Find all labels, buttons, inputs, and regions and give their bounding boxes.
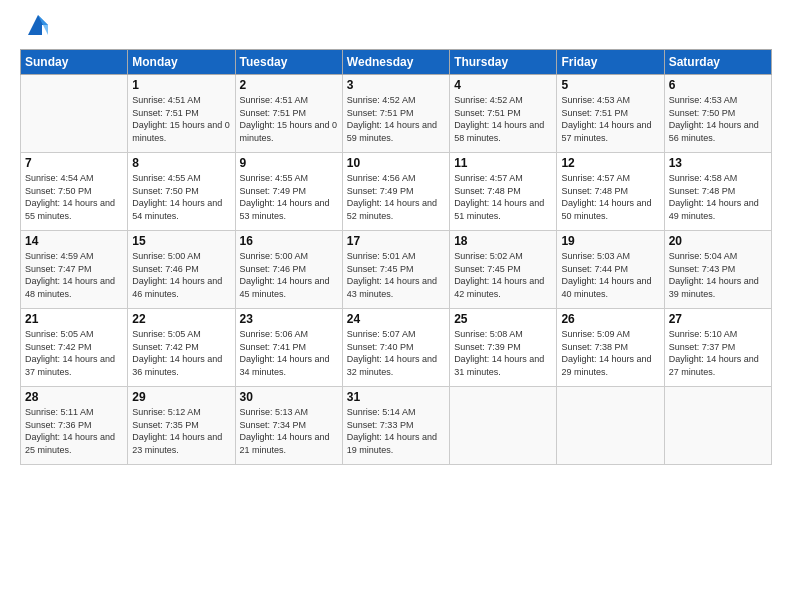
header-thursday: Thursday	[450, 50, 557, 75]
cell-info: Sunrise: 5:03 AMSunset: 7:44 PMDaylight:…	[561, 250, 659, 300]
cell-info: Sunrise: 4:51 AMSunset: 7:51 PMDaylight:…	[240, 94, 338, 144]
header-row: SundayMondayTuesdayWednesdayThursdayFrid…	[21, 50, 772, 75]
day-number: 18	[454, 234, 552, 248]
calendar-cell: 10Sunrise: 4:56 AMSunset: 7:49 PMDayligh…	[342, 153, 449, 231]
header-friday: Friday	[557, 50, 664, 75]
week-row-2: 7Sunrise: 4:54 AMSunset: 7:50 PMDaylight…	[21, 153, 772, 231]
cell-info: Sunrise: 5:06 AMSunset: 7:41 PMDaylight:…	[240, 328, 338, 378]
cell-info: Sunrise: 4:52 AMSunset: 7:51 PMDaylight:…	[454, 94, 552, 144]
cell-info: Sunrise: 4:54 AMSunset: 7:50 PMDaylight:…	[25, 172, 123, 222]
calendar-cell: 14Sunrise: 4:59 AMSunset: 7:47 PMDayligh…	[21, 231, 128, 309]
day-number: 27	[669, 312, 767, 326]
week-row-4: 21Sunrise: 5:05 AMSunset: 7:42 PMDayligh…	[21, 309, 772, 387]
logo	[20, 15, 52, 39]
day-number: 9	[240, 156, 338, 170]
day-number: 22	[132, 312, 230, 326]
header-wednesday: Wednesday	[342, 50, 449, 75]
week-row-5: 28Sunrise: 5:11 AMSunset: 7:36 PMDayligh…	[21, 387, 772, 465]
calendar-cell: 7Sunrise: 4:54 AMSunset: 7:50 PMDaylight…	[21, 153, 128, 231]
header-monday: Monday	[128, 50, 235, 75]
calendar-cell: 6Sunrise: 4:53 AMSunset: 7:50 PMDaylight…	[664, 75, 771, 153]
calendar-cell: 31Sunrise: 5:14 AMSunset: 7:33 PMDayligh…	[342, 387, 449, 465]
calendar-cell	[557, 387, 664, 465]
day-number: 24	[347, 312, 445, 326]
day-number: 16	[240, 234, 338, 248]
calendar-table: SundayMondayTuesdayWednesdayThursdayFrid…	[20, 49, 772, 465]
day-number: 17	[347, 234, 445, 248]
calendar-cell: 17Sunrise: 5:01 AMSunset: 7:45 PMDayligh…	[342, 231, 449, 309]
day-number: 14	[25, 234, 123, 248]
calendar-cell: 9Sunrise: 4:55 AMSunset: 7:49 PMDaylight…	[235, 153, 342, 231]
day-number: 19	[561, 234, 659, 248]
calendar-cell	[664, 387, 771, 465]
week-row-3: 14Sunrise: 4:59 AMSunset: 7:47 PMDayligh…	[21, 231, 772, 309]
cell-info: Sunrise: 4:55 AMSunset: 7:49 PMDaylight:…	[240, 172, 338, 222]
calendar-cell: 4Sunrise: 4:52 AMSunset: 7:51 PMDaylight…	[450, 75, 557, 153]
calendar-cell: 22Sunrise: 5:05 AMSunset: 7:42 PMDayligh…	[128, 309, 235, 387]
cell-info: Sunrise: 5:02 AMSunset: 7:45 PMDaylight:…	[454, 250, 552, 300]
day-number: 21	[25, 312, 123, 326]
cell-info: Sunrise: 5:12 AMSunset: 7:35 PMDaylight:…	[132, 406, 230, 456]
day-number: 12	[561, 156, 659, 170]
calendar-cell: 23Sunrise: 5:06 AMSunset: 7:41 PMDayligh…	[235, 309, 342, 387]
calendar-cell: 30Sunrise: 5:13 AMSunset: 7:34 PMDayligh…	[235, 387, 342, 465]
header	[20, 15, 772, 39]
day-number: 25	[454, 312, 552, 326]
day-number: 2	[240, 78, 338, 92]
calendar-cell: 3Sunrise: 4:52 AMSunset: 7:51 PMDaylight…	[342, 75, 449, 153]
day-number: 1	[132, 78, 230, 92]
cell-info: Sunrise: 5:05 AMSunset: 7:42 PMDaylight:…	[25, 328, 123, 378]
day-number: 15	[132, 234, 230, 248]
calendar-cell: 21Sunrise: 5:05 AMSunset: 7:42 PMDayligh…	[21, 309, 128, 387]
day-number: 5	[561, 78, 659, 92]
day-number: 6	[669, 78, 767, 92]
week-row-1: 1Sunrise: 4:51 AMSunset: 7:51 PMDaylight…	[21, 75, 772, 153]
cell-info: Sunrise: 4:52 AMSunset: 7:51 PMDaylight:…	[347, 94, 445, 144]
day-number: 11	[454, 156, 552, 170]
cell-info: Sunrise: 4:51 AMSunset: 7:51 PMDaylight:…	[132, 94, 230, 144]
cell-info: Sunrise: 4:56 AMSunset: 7:49 PMDaylight:…	[347, 172, 445, 222]
day-number: 28	[25, 390, 123, 404]
day-number: 13	[669, 156, 767, 170]
calendar-cell: 2Sunrise: 4:51 AMSunset: 7:51 PMDaylight…	[235, 75, 342, 153]
calendar-cell: 24Sunrise: 5:07 AMSunset: 7:40 PMDayligh…	[342, 309, 449, 387]
calendar-cell: 11Sunrise: 4:57 AMSunset: 7:48 PMDayligh…	[450, 153, 557, 231]
cell-info: Sunrise: 5:00 AMSunset: 7:46 PMDaylight:…	[132, 250, 230, 300]
calendar-cell: 15Sunrise: 5:00 AMSunset: 7:46 PMDayligh…	[128, 231, 235, 309]
calendar-cell: 16Sunrise: 5:00 AMSunset: 7:46 PMDayligh…	[235, 231, 342, 309]
cell-info: Sunrise: 5:13 AMSunset: 7:34 PMDaylight:…	[240, 406, 338, 456]
calendar-cell: 1Sunrise: 4:51 AMSunset: 7:51 PMDaylight…	[128, 75, 235, 153]
calendar-cell	[21, 75, 128, 153]
day-number: 3	[347, 78, 445, 92]
header-tuesday: Tuesday	[235, 50, 342, 75]
day-number: 4	[454, 78, 552, 92]
header-sunday: Sunday	[21, 50, 128, 75]
logo-icon	[24, 11, 52, 39]
day-number: 29	[132, 390, 230, 404]
cell-info: Sunrise: 4:57 AMSunset: 7:48 PMDaylight:…	[561, 172, 659, 222]
calendar-cell: 18Sunrise: 5:02 AMSunset: 7:45 PMDayligh…	[450, 231, 557, 309]
day-number: 26	[561, 312, 659, 326]
day-number: 10	[347, 156, 445, 170]
calendar-cell: 29Sunrise: 5:12 AMSunset: 7:35 PMDayligh…	[128, 387, 235, 465]
cell-info: Sunrise: 5:05 AMSunset: 7:42 PMDaylight:…	[132, 328, 230, 378]
header-saturday: Saturday	[664, 50, 771, 75]
day-number: 30	[240, 390, 338, 404]
cell-info: Sunrise: 5:09 AMSunset: 7:38 PMDaylight:…	[561, 328, 659, 378]
day-number: 20	[669, 234, 767, 248]
cell-info: Sunrise: 5:08 AMSunset: 7:39 PMDaylight:…	[454, 328, 552, 378]
calendar-cell: 12Sunrise: 4:57 AMSunset: 7:48 PMDayligh…	[557, 153, 664, 231]
day-number: 23	[240, 312, 338, 326]
calendar-cell: 13Sunrise: 4:58 AMSunset: 7:48 PMDayligh…	[664, 153, 771, 231]
day-number: 31	[347, 390, 445, 404]
cell-info: Sunrise: 5:01 AMSunset: 7:45 PMDaylight:…	[347, 250, 445, 300]
cell-info: Sunrise: 4:59 AMSunset: 7:47 PMDaylight:…	[25, 250, 123, 300]
calendar-cell: 26Sunrise: 5:09 AMSunset: 7:38 PMDayligh…	[557, 309, 664, 387]
calendar-cell: 19Sunrise: 5:03 AMSunset: 7:44 PMDayligh…	[557, 231, 664, 309]
cell-info: Sunrise: 5:10 AMSunset: 7:37 PMDaylight:…	[669, 328, 767, 378]
calendar-cell: 8Sunrise: 4:55 AMSunset: 7:50 PMDaylight…	[128, 153, 235, 231]
cell-info: Sunrise: 4:57 AMSunset: 7:48 PMDaylight:…	[454, 172, 552, 222]
calendar-cell: 5Sunrise: 4:53 AMSunset: 7:51 PMDaylight…	[557, 75, 664, 153]
cell-info: Sunrise: 5:14 AMSunset: 7:33 PMDaylight:…	[347, 406, 445, 456]
cell-info: Sunrise: 4:58 AMSunset: 7:48 PMDaylight:…	[669, 172, 767, 222]
